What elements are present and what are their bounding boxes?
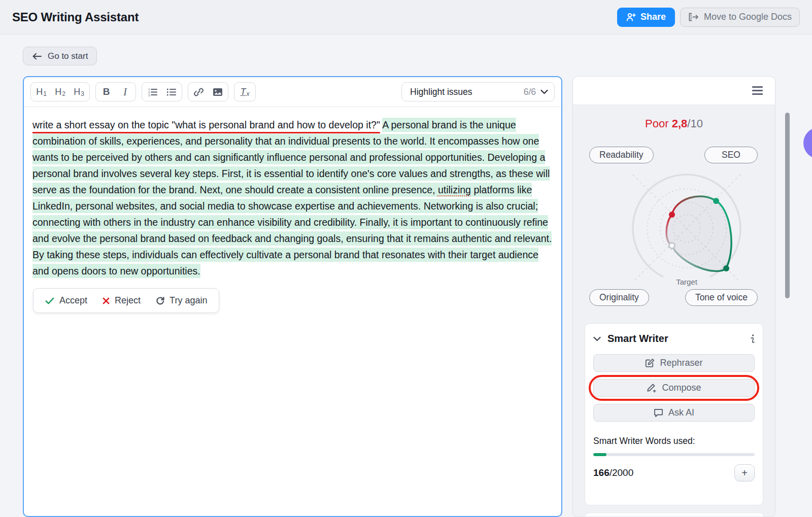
score-rating-label: Poor — [645, 117, 668, 130]
compose-button[interactable]: Compose — [593, 379, 755, 397]
clear-format-t: T — [241, 87, 246, 97]
rephrase-pencil-icon — [645, 358, 655, 368]
bullet-list-button[interactable] — [162, 83, 181, 100]
rephraser-button[interactable]: Rephraser — [593, 354, 755, 372]
image-icon — [213, 88, 223, 96]
words-used-value: 166 — [593, 467, 610, 478]
score-panel-header — [573, 77, 775, 105]
compose-pen-sparkle-icon — [647, 383, 657, 393]
ordered-list-icon: 123 — [148, 88, 158, 96]
flagged-word[interactable]: utilizing — [438, 184, 471, 195]
words-used-progress-fill — [593, 453, 606, 456]
reject-label: Reject — [115, 295, 141, 306]
words-used-label: Smart Writer Words used: — [593, 436, 755, 446]
ask-ai-label: Ask AI — [668, 407, 694, 418]
person-plus-icon — [626, 13, 636, 21]
words-used-progress-bar — [593, 453, 755, 456]
editor-toolbar: H1 H2 H3 B I 123 — [24, 77, 561, 107]
heading-button-group: H1 H2 H3 — [30, 82, 90, 101]
originality-pill[interactable]: Originality — [589, 289, 649, 306]
text-style-button-group: B I — [95, 82, 136, 101]
move-to-google-docs-label: Move to Google Docs — [704, 12, 792, 22]
x-icon — [103, 297, 110, 304]
words-usage-row: 166 /2000 + — [593, 464, 755, 481]
document-text-area[interactable]: write a short essay on the topic "what i… — [24, 107, 561, 323]
gauge-target-label: Target — [676, 278, 698, 286]
score-panel: Poor 2,8/10 Readability SEO Originality … — [572, 76, 775, 517]
share-button[interactable]: Share — [617, 8, 675, 27]
h2-label: H — [55, 87, 61, 97]
scrollbar-thumb[interactable] — [785, 113, 790, 298]
h3-sub: 3 — [81, 90, 84, 97]
highlight-issues-dropdown[interactable]: Highlight issues 6/6 — [401, 82, 555, 101]
export-doc-icon — [688, 13, 699, 21]
originality-score-dot — [669, 243, 675, 249]
heading-2-button[interactable]: H2 — [51, 83, 70, 100]
words-limit: /2000 — [610, 467, 634, 478]
highlight-issues-count: 6/6 — [524, 87, 536, 97]
italic-button[interactable]: I — [116, 83, 134, 100]
ai-prompt-text: write a short essay on the topic "what i… — [32, 119, 380, 130]
seo-pill[interactable]: SEO — [704, 147, 758, 163]
page-title: SEO Writing Assistant — [12, 10, 139, 24]
info-icon[interactable] — [751, 334, 755, 343]
generated-text-after: platforms like LinkedIn, personal websit… — [32, 184, 552, 277]
h1-sub: 1 — [43, 90, 47, 97]
compose-button-wrap: Compose — [593, 379, 755, 397]
smart-writer-title: Smart Writer — [607, 333, 668, 344]
top-bar-actions: Share Move to Google Docs — [617, 8, 800, 27]
next-section-card[interactable] — [585, 512, 764, 517]
generated-text: A personal brand is the unique combinati… — [32, 118, 552, 278]
collapse-chevron-icon[interactable] — [593, 336, 601, 341]
readability-pill[interactable]: Readability — [589, 147, 654, 163]
svg-text:3: 3 — [148, 94, 150, 96]
highlight-issues-label: Highlight issues — [410, 87, 472, 97]
go-to-start-label: Go to start — [48, 51, 88, 61]
check-icon — [45, 297, 54, 304]
try-again-button[interactable]: Try again — [156, 295, 207, 306]
ask-ai-button[interactable]: Ask AI — [593, 404, 755, 422]
h3-label: H — [74, 87, 80, 97]
smart-writer-card: Smart Writer Rephraser Compose — [585, 323, 763, 505]
top-bar: SEO Writing Assistant Share Move to Goog… — [0, 0, 812, 35]
floating-help-button[interactable] — [803, 127, 812, 159]
bold-button[interactable]: B — [97, 83, 116, 100]
seo-score-dot — [713, 198, 719, 204]
move-to-google-docs-button[interactable]: Move to Google Docs — [680, 8, 800, 27]
h1-label: H — [36, 87, 43, 97]
share-button-label: Share — [640, 12, 666, 22]
accept-label: Accept — [59, 295, 87, 306]
insert-button-group — [188, 82, 228, 101]
rephraser-label: Rephraser — [660, 358, 702, 368]
accept-button[interactable]: Accept — [45, 295, 87, 306]
editor-card: H1 H2 H3 B I 123 — [23, 76, 562, 517]
link-icon — [194, 87, 204, 97]
smart-writer-header: Smart Writer — [593, 333, 755, 344]
heading-3-button[interactable]: H3 — [70, 83, 88, 100]
reject-button[interactable]: Reject — [103, 295, 141, 306]
ordered-list-button[interactable]: 123 — [143, 83, 162, 100]
overall-score: Poor 2,8/10 — [573, 117, 775, 130]
arrow-left-icon — [32, 53, 42, 60]
add-words-button[interactable]: + — [734, 464, 755, 481]
heading-1-button[interactable]: H1 — [32, 83, 51, 100]
go-to-start-button[interactable]: Go to start — [23, 47, 97, 65]
suggestion-action-bar: Accept Reject Try again — [33, 288, 219, 313]
score-radar-gauge: Target — [598, 168, 775, 290]
clear-format-x: x — [247, 90, 250, 97]
readability-score-dot — [669, 212, 675, 218]
list-button-group: 123 — [142, 82, 182, 101]
h2-sub: 2 — [62, 90, 65, 97]
tone-of-voice-pill[interactable]: Tone of voice — [685, 289, 758, 306]
score-suffix: /10 — [687, 117, 703, 130]
compose-label: Compose — [662, 383, 701, 393]
clear-format-button-group: Tx — [234, 82, 256, 101]
try-again-label: Try again — [170, 295, 207, 306]
link-button[interactable] — [189, 83, 208, 100]
retry-icon — [156, 296, 164, 305]
seo-writing-assistant-app: SEO Writing Assistant Share Move to Goog… — [0, 0, 812, 517]
image-button[interactable] — [208, 83, 227, 100]
tone-of-voice-score-dot — [723, 265, 729, 271]
clear-formatting-button[interactable]: Tx — [235, 83, 254, 100]
menu-icon[interactable] — [750, 84, 765, 97]
